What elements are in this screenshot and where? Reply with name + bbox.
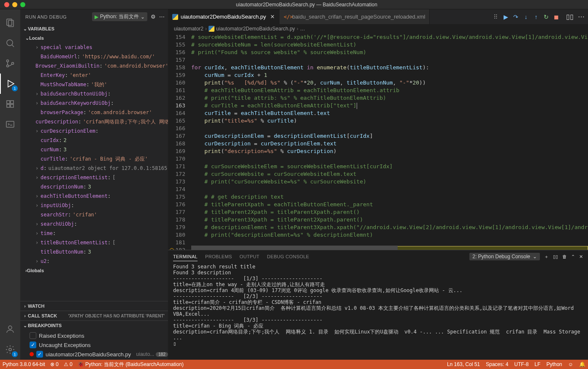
bp-file-entry[interactable]: ✓ uiautomator2DemoBaiduSearch.py uiauto.… [30,350,168,359]
chevron-down-icon[interactable]: ⌄ [141,14,145,20]
python-version[interactable]: Python 3.8.0 64-bit [3,361,45,367]
minimize-icon[interactable] [12,2,17,7]
variable-row[interactable]: ›baiduSearchKeywordUiObj: [25,98,168,108]
bp-raised-exceptions[interactable]: Raised Exceptions [30,331,168,340]
variable-row[interactable]: ›titleButtonElementList: [ [25,238,168,247]
eol-status[interactable]: LF [534,361,540,367]
step-out-icon[interactable]: ↑ [531,12,541,22]
variable-row[interactable]: BaiduHomeUrl: 'https://www.baidu.com/' [25,52,168,61]
terminal-output[interactable]: Found 3 search result title Found 3 desc… [168,263,588,360]
svg-point-14 [9,348,11,351]
close-icon[interactable] [4,2,9,7]
svg-point-4 [7,60,9,62]
stop-icon[interactable]: ◼ [552,12,561,22]
variable-row[interactable]: ›special variables [25,43,168,52]
variable-row[interactable]: ›searchUiObj: [25,219,168,229]
warning-count[interactable]: ⚠ 0 [64,361,73,367]
run-debug-icon[interactable]: 1 [0,74,20,94]
explorer-icon[interactable] [0,13,20,33]
variable-row[interactable]: curDescription: 'crifan网络目录;下午;我个人 网络释… [25,117,168,126]
trash-icon[interactable]: 🗑 [562,254,567,259]
traffic-lights[interactable] [4,2,25,7]
crumb[interactable]: … [300,26,305,32]
indent-status[interactable]: Spaces: 4 [486,361,508,367]
restart-icon[interactable]: ↻ [542,12,551,22]
close-panel-icon[interactable]: ✕ [579,254,583,260]
variable-row[interactable]: browserPackage: 'com.android.browser' [25,108,168,117]
breakpoint-marker-icon[interactable] [170,248,174,250]
variable-row[interactable]: ›baiduSearchButtonUiObj: [25,89,168,98]
chevron-up-icon[interactable]: ⌃ [571,254,575,260]
split-editor-icon[interactable]: ▯▯ [566,13,574,21]
panel-tab-terminal[interactable]: TERMINAL [173,252,198,261]
checkbox-checked-icon[interactable]: ✓ [30,342,36,348]
panel-tab-problems[interactable]: PROBLEMS [205,252,232,261]
grip-icon[interactable]: ⠿ [491,12,500,22]
bp-line-badge: 182 [156,352,168,357]
activity-bar: 1 1 [0,9,20,360]
code-editor[interactable]: 1541551561571581591601611621631641651661… [168,33,588,250]
debug-icon: 🐞 [78,361,85,367]
variable-row[interactable]: ›d: uiautomator2 object for 127.0.0.1:58… [25,164,168,173]
panel-tab-output[interactable]: OUTPUT [240,252,260,261]
new-terminal-icon[interactable]: ＋ [544,254,549,260]
feedback-icon[interactable]: ☺ [568,361,573,367]
variable-row[interactable]: ›curDescriptionElem: [25,126,168,136]
bp-uncaught-exceptions[interactable]: ✓ Uncaught Exceptions [30,340,168,350]
terminal-selector[interactable]: 2: Python Debug Console⌄ [469,253,540,260]
variable-row[interactable]: ›descriptionElementList: [ [25,173,168,182]
crumb[interactable]: uiautomator2DemoBaiduSearch.py [216,26,295,32]
notification-icon[interactable]: 🔔 [579,361,585,367]
split-terminal-icon[interactable]: ▯▯ [553,254,558,260]
source-control-icon[interactable] [0,53,20,74]
variable-row[interactable]: searchStr: 'crifan' [25,210,168,219]
globals-scope[interactable]: ›Globals [25,266,168,275]
breadcrumbs[interactable]: uiautomator2 › uiautomator2DemoBaiduSear… [168,24,588,33]
search-icon[interactable] [0,33,20,53]
settings-icon[interactable]: 1 [0,339,20,360]
variable-row[interactable]: EnterKey: 'enter' [25,71,168,80]
breakpoints-section[interactable]: ⌄BREAKPOINTS [20,321,168,330]
language-status[interactable]: Python [546,361,562,367]
variables-section[interactable]: ⌄ VARIABLES [20,24,168,33]
gear-icon[interactable]: ⚙ [151,14,156,20]
continue-icon[interactable]: ▶ [501,12,510,22]
step-into-icon[interactable]: ↓ [521,12,531,22]
variable-row[interactable]: curTitle: 'crifan - Bing 词典 - 必应' [25,154,168,164]
checkbox-unchecked-icon[interactable] [30,332,36,339]
zoom-icon[interactable] [20,2,25,7]
xml-icon: </> [284,14,290,20]
variable-row[interactable]: ›u2: [25,257,168,266]
sidebar-title: RUN AND DEBUG [25,14,67,19]
variable-row[interactable]: ›eachTitleButtonElement: [25,191,168,201]
variable-row[interactable]: Browser_XiaomiBuiltin: 'com.android.brow… [25,61,168,71]
variable-row[interactable]: descriptionNum: 3 [25,182,168,191]
variable-row[interactable]: curIdx: 2 [25,136,168,145]
crumb[interactable]: uiautomator2 [174,26,203,32]
cursor-position[interactable]: Ln 163, Col 51 [447,361,480,367]
editor-tab[interactable]: uiautomator2DemoBaiduSearch.py✕ [168,9,279,24]
terminal-icon[interactable] [0,114,20,134]
variable-row[interactable]: titleButtonNum: 3 [25,247,168,257]
step-over-icon[interactable]: ↷ [511,12,520,22]
editor-tab[interactable]: </>baidu_search_crifan_result_pageSource… [279,9,430,24]
watch-section[interactable]: ›WATCH [20,301,168,311]
more-icon[interactable]: ⋯ [159,14,165,20]
callstack-section[interactable]: ›CALL STACK 'XPATH' OBJECT HAS NO ATTRIB… [20,311,168,320]
variable-row[interactable]: ›time: [25,229,168,238]
locals-scope[interactable]: ⌄Locals [25,33,168,43]
close-tab-icon[interactable]: ✕ [270,14,275,20]
extensions-icon[interactable] [0,94,20,114]
more-icon[interactable]: ⋯ [578,13,585,21]
horizontal-scrollbar[interactable] [191,246,588,250]
variable-row[interactable]: curNum: 3 [25,145,168,154]
encoding-status[interactable]: UTF-8 [514,361,528,367]
debug-status[interactable]: Python: 当前文件 (BaiduSearchAutomation) [85,361,184,367]
panel-tab-debug-console[interactable]: DEBUG CONSOLE [267,252,309,261]
error-count[interactable]: ⊗ 0 [50,361,59,367]
accounts-icon[interactable] [0,319,20,339]
variable-row[interactable]: MustShowTabName: '我的' [25,80,168,89]
variable-row[interactable]: ›inputUiObj: [25,201,168,210]
checkbox-checked-icon[interactable]: ✓ [36,351,43,358]
start-debug-button[interactable]: ▶ Python: 当前文件 ⌄ [92,12,147,21]
